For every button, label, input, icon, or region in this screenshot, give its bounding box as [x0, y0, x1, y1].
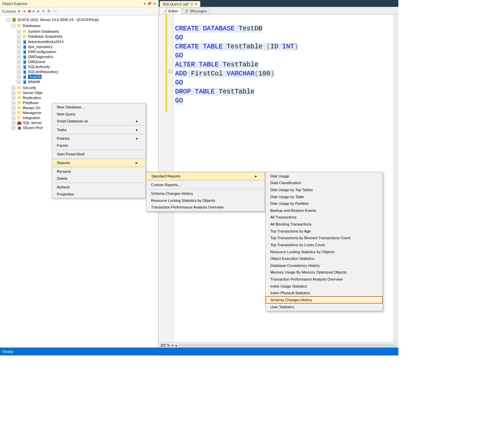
menu-item-policies[interactable]: Policies▶: [52, 135, 145, 142]
menu-item-standard-report[interactable]: Data Classification: [266, 179, 383, 186]
document-tab[interactable]: SQLQuery1.sql* ⊕ ✕: [160, 1, 200, 7]
disconnect-icon[interactable]: ⇥: [22, 9, 26, 14]
disconnect-all-icon[interactable]: ✖⇥: [28, 9, 35, 14]
menu-item-standard-report[interactable]: All Blocking Transactions: [266, 221, 383, 228]
menu-item-script-database[interactable]: Script Database as▶: [52, 117, 145, 124]
menu-item-standard-report[interactable]: Database Consistency History: [266, 262, 383, 269]
integration-folder[interactable]: Integration: [23, 116, 40, 120]
menu-item-standard-report[interactable]: Resource Locking Statistics by Objects: [266, 248, 383, 255]
menu-item-standard-report[interactable]: Object Execution Statistics: [266, 255, 383, 262]
fold-icon[interactable]: −: [169, 70, 172, 73]
expand-icon[interactable]: +: [12, 121, 15, 125]
menu-item-standard-report[interactable]: Disk Usage by Top Tables: [266, 186, 383, 193]
pin-icon[interactable]: ⊕: [191, 2, 193, 6]
system-databases-folder[interactable]: System Databases: [28, 29, 59, 34]
polybase-folder[interactable]: PolyBase: [23, 101, 38, 105]
expand-icon[interactable]: −: [6, 18, 10, 22]
menu-item-reports[interactable]: Reports▶: [52, 159, 145, 166]
db-node[interactable]: SQLdmRepository: [28, 70, 58, 74]
sql-server-folder[interactable]: SQL Server: [23, 121, 42, 125]
databases-folder[interactable]: Databases: [23, 24, 40, 28]
menu-item-delete[interactable]: Delete: [52, 175, 145, 182]
db-node[interactable]: DWConfiguration: [28, 49, 56, 54]
menu-item-standard-report[interactable]: Transaction Performance Analysis Overvie…: [266, 276, 383, 283]
menu-item-properties[interactable]: Properties: [52, 190, 145, 197]
zoom-level[interactable]: 200 %: [160, 344, 170, 348]
expand-icon[interactable]: +: [17, 40, 21, 43]
server-node[interactable]: QUICK (SQL Server 14.0.3045.24 - QUICK\P…: [17, 18, 99, 22]
expand-icon[interactable]: +: [17, 80, 21, 84]
messages-tab[interactable]: 🗒Messages: [182, 8, 210, 14]
menu-item-standard-report[interactable]: Top Transactions by Blocked Transactions…: [266, 235, 383, 242]
menu-item-custom-reports[interactable]: Custom Reports...: [146, 181, 265, 188]
dropdown-icon[interactable]: ▾: [18, 9, 20, 14]
scrollbar[interactable]: [394, 14, 398, 342]
menu-item-start-powershell[interactable]: Start PowerShell: [52, 150, 145, 157]
activity-monitor-icon[interactable]: 〰: [53, 9, 57, 13]
expand-icon[interactable]: +: [17, 55, 21, 58]
stop-icon[interactable]: ■: [37, 9, 39, 13]
connect-button[interactable]: Connect: [2, 9, 16, 13]
menu-item-new-database[interactable]: New Database...: [52, 104, 145, 111]
menu-item-standard-report[interactable]: Memory Usage By Memory Optimized Objects: [266, 269, 383, 276]
expand-icon[interactable]: +: [12, 96, 15, 99]
xevent-folder[interactable]: XEvent Prof: [23, 126, 42, 130]
menu-item-standard-report[interactable]: Disk Usage by Table: [266, 193, 383, 200]
pin-icon[interactable]: 📌: [147, 1, 151, 6]
expand-icon[interactable]: +: [12, 106, 15, 109]
alwayson-folder[interactable]: Always On: [23, 106, 40, 110]
database-snapshots-folder[interactable]: Database Snapshots: [28, 34, 62, 39]
expand-icon[interactable]: +: [12, 116, 15, 120]
menu-item-standard-report[interactable]: Index Usage Statistics: [266, 283, 383, 290]
menu-item-new-query[interactable]: New Query: [52, 111, 145, 118]
expand-icon[interactable]: +: [17, 60, 21, 63]
db-node[interactable]: DWDiagnostics: [28, 54, 53, 59]
menu-item-schema-changes[interactable]: Schema Changes History: [146, 190, 265, 197]
expand-icon[interactable]: +: [12, 126, 15, 130]
expand-icon[interactable]: +: [17, 50, 21, 53]
menu-item-refresh[interactable]: Refresh: [52, 184, 145, 191]
db-node[interactable]: DWQueue: [28, 60, 45, 64]
menu-item-standard-report[interactable]: Disk Usage by Partition: [266, 200, 383, 207]
expand-icon[interactable]: +: [17, 70, 21, 73]
expand-icon[interactable]: +: [12, 101, 15, 104]
menu-item-tasks[interactable]: Tasks▶: [52, 126, 145, 133]
server-objects-folder[interactable]: Server Obje: [23, 90, 42, 95]
menu-item-standard-report[interactable]: User Statistics: [266, 303, 383, 310]
expand-icon[interactable]: +: [12, 91, 15, 94]
filter-icon[interactable]: ▼: [41, 9, 45, 13]
refresh-icon[interactable]: ↻: [47, 9, 51, 14]
menu-item-standard-report[interactable]: Disk Usage: [266, 172, 383, 179]
menu-item-standard-report[interactable]: Top Transactions by Locks Count: [266, 242, 383, 249]
expand-icon[interactable]: +: [12, 86, 15, 89]
db-node[interactable]: WideW: [28, 80, 40, 84]
menu-item-resource-locking[interactable]: Resource Locking Statistics by Objects: [146, 197, 265, 204]
expand-icon[interactable]: +: [17, 35, 21, 38]
expand-icon[interactable]: +: [17, 75, 21, 79]
db-node[interactable]: dpa_repository: [28, 44, 52, 49]
menu-item-facets[interactable]: Facets: [52, 142, 145, 149]
menu-item-rename[interactable]: Rename: [52, 168, 145, 175]
menu-item-standard-report[interactable]: Index Physical Statistics: [266, 290, 383, 297]
menu-item-transaction-perf[interactable]: Transaction Performance Analysis Overvie…: [146, 204, 265, 211]
expand-icon[interactable]: +: [17, 45, 21, 48]
menu-item-standard-report[interactable]: Top Transactions by Age: [266, 228, 383, 235]
security-folder[interactable]: Security: [23, 85, 36, 90]
close-icon[interactable]: ✕: [153, 1, 156, 6]
expand-icon[interactable]: +: [17, 30, 21, 33]
expand-icon[interactable]: +: [12, 111, 15, 114]
menu-item-standard-report[interactable]: Backup and Restore Events: [266, 207, 383, 214]
editor-tab[interactable]: 📝Editor: [160, 8, 181, 14]
menu-item-standard-report[interactable]: Schema Changes History: [266, 297, 383, 304]
expand-icon[interactable]: −: [12, 24, 15, 27]
db-node-selected[interactable]: TestDB: [28, 75, 42, 79]
db-node[interactable]: SQLAuthority: [28, 65, 50, 69]
dropdown-icon[interactable]: ▾: [144, 1, 146, 6]
db-node[interactable]: AdventureWorks2014: [28, 39, 64, 44]
hscroll[interactable]: [179, 344, 397, 347]
replication-folder[interactable]: Replication: [23, 95, 41, 100]
management-folder[interactable]: Manageme: [23, 111, 41, 115]
menu-item-standard-report[interactable]: All Transactions: [266, 214, 383, 221]
menu-item-standard-reports[interactable]: Standard Reports▶: [146, 172, 265, 180]
expand-icon[interactable]: +: [17, 65, 21, 68]
